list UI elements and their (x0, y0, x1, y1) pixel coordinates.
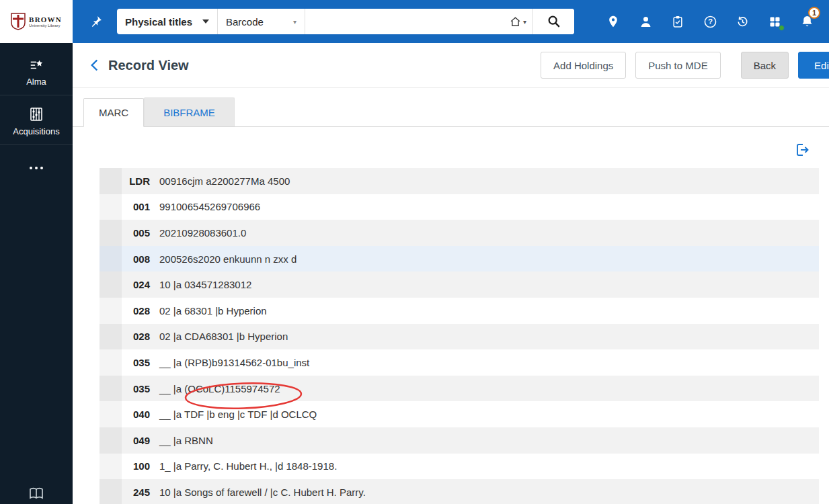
marc-tag: 035 (122, 357, 153, 368)
marc-field-content: 00916cjm a2200277Ma 4500 (153, 175, 290, 187)
header-buttons: Add Holdings Push to MDE Back Edit (541, 52, 829, 79)
topbar-icon-cluster: ? (606, 14, 829, 29)
svg-text:?: ? (708, 17, 713, 26)
row-lead-cell (100, 220, 122, 246)
search-scope-dropdown[interactable]: Physical titles (117, 9, 218, 34)
marc-field-content: 10 |a Songs of farewell / |c C. Hubert H… (153, 487, 366, 498)
back-chevron-icon[interactable] (89, 57, 100, 73)
marc-row-008-highlighted[interactable]: 008 200526s2020 enkuunn n zxx d (100, 246, 819, 272)
logo-line1: BROWN (29, 15, 62, 24)
marc-field-content: 20210928083601.0 (153, 227, 246, 239)
marc-row-035b-oclc[interactable]: 035 __ |a (OCoLC)1155974572 (100, 376, 819, 402)
user-menu-button[interactable] (638, 14, 653, 29)
row-lead-cell (100, 298, 122, 324)
search-index-dropdown[interactable]: Barcode ▾ (218, 9, 305, 34)
alma-star-list-icon (28, 58, 44, 73)
add-holdings-button[interactable]: Add Holdings (541, 52, 626, 79)
sidebar-item-alma[interactable]: Alma (0, 43, 73, 95)
marc-row-028a[interactable]: 028 02 |a 68301 |b Hyperion (100, 298, 819, 324)
row-lead-cell (100, 376, 122, 402)
row-lead-cell (100, 271, 122, 298)
row-lead-cell (100, 168, 122, 194)
apps-menu-button[interactable] (767, 14, 782, 29)
sidebar: Alma Acquisitions (0, 43, 73, 504)
record-tabs: MARC BIBFRAME (73, 88, 829, 127)
chevron-down-icon: ▾ (293, 18, 297, 26)
marc-row-024[interactable]: 024 10 |a 034571283012 (100, 271, 819, 298)
brown-library-logo[interactable]: BROWN University Library (0, 0, 73, 43)
location-button[interactable] (606, 14, 621, 29)
online-status-dot (779, 25, 785, 31)
marc-row-035a[interactable]: 035 __ |a (RPB)b91314562-01bu_inst (100, 349, 819, 376)
chevron-down-icon (202, 19, 209, 24)
export-icon (794, 142, 810, 158)
row-lead-cell (100, 401, 122, 427)
back-button[interactable]: Back (741, 52, 789, 79)
marc-field-content: __ |a (OCoLC)1155974572 (153, 383, 280, 394)
marc-row-005[interactable]: 005 20210928083601.0 (100, 220, 819, 246)
record-toolbar (73, 127, 829, 168)
marc-tag: 035 (122, 383, 153, 394)
brown-crest-icon (11, 13, 26, 30)
marc-tag: 028 (122, 331, 153, 342)
marc-field-content: 200526s2020 enkuunn n zxx d (153, 253, 297, 265)
history-icon (736, 15, 750, 29)
help-icon: ? (703, 15, 717, 29)
marc-tag: 028 (122, 305, 153, 317)
marc-field-content: __ |a TDF |b eng |c TDF |d OCLCQ (153, 409, 317, 420)
location-icon (606, 14, 620, 29)
search-home-scope-button[interactable]: ▾ (504, 9, 532, 34)
sidebar-bottom[interactable] (0, 485, 73, 501)
main-content: Record View Add Holdings Push to MDE Bac… (73, 43, 829, 504)
search-index-label: Barcode (226, 16, 264, 28)
edit-button[interactable]: Edit (798, 52, 829, 79)
tab-bibframe[interactable]: BIBFRAME (144, 97, 235, 126)
more-ellipsis-icon (30, 160, 43, 176)
search-icon (547, 14, 561, 29)
marc-row-ldr[interactable]: LDR 00916cjm a2200277Ma 4500 (100, 168, 819, 194)
marc-field-content: 1_ |a Parry, C. Hubert H., |d 1848-1918. (153, 460, 337, 472)
sidebar-item-more[interactable] (0, 145, 73, 184)
marc-row-049[interactable]: 049 __ |a RBNN (100, 427, 819, 454)
marc-tag: 100 (122, 460, 153, 472)
acquisitions-abacus-icon (28, 106, 44, 122)
row-lead-cell (100, 479, 122, 504)
sidebar-item-acquisitions[interactable]: Acquisitions (0, 95, 73, 145)
marc-tag: 049 (122, 435, 153, 446)
tab-marc[interactable]: MARC (83, 98, 144, 127)
recent-history-button[interactable] (735, 14, 750, 29)
row-lead-cell (100, 427, 122, 454)
marc-row-028b[interactable]: 028 02 |a CDA68301 |b Hyperion (100, 324, 819, 350)
tasks-button[interactable] (670, 14, 685, 29)
search-input[interactable] (305, 9, 504, 34)
push-to-mde-button[interactable]: Push to MDE (635, 52, 720, 79)
marc-field-content: __ |a (RPB)b91314562-01bu_inst (153, 357, 309, 368)
marc-field-content: 02 |a 68301 |b Hyperion (153, 305, 267, 317)
help-button[interactable]: ? (703, 14, 717, 29)
search-button[interactable] (532, 9, 574, 34)
record-view-header: Record View Add Holdings Push to MDE Bac… (73, 43, 829, 88)
alma-app-screen: BROWN University Library Physical titles… (0, 0, 829, 504)
marc-row-100[interactable]: 100 1_ |a Parry, C. Hubert H., |d 1848-1… (100, 454, 819, 480)
home-icon (510, 16, 521, 28)
marc-row-245[interactable]: 245 10 |a Songs of farewell / |c C. Hube… (100, 479, 819, 504)
sidebar-item-label: Alma (26, 77, 46, 87)
pin-menu-icon[interactable] (89, 14, 103, 29)
tasks-clipboard-icon (671, 14, 684, 29)
marc-row-040[interactable]: 040 __ |a TDF |b eng |c TDF |d OCLCQ (100, 401, 819, 427)
row-lead-cell (100, 349, 122, 376)
marc-record-table: LDR 00916cjm a2200277Ma 4500 001 9910065… (100, 168, 819, 504)
marc-tag: 024 (122, 279, 153, 290)
export-record-button[interactable] (794, 142, 810, 158)
page-title: Record View (108, 58, 189, 73)
marc-tag: LDR (122, 175, 153, 187)
marc-tag: 040 (122, 409, 153, 420)
notifications-button[interactable]: 1 (799, 14, 814, 29)
marc-row-001[interactable]: 001 991006545269706966 (100, 194, 819, 220)
chevron-down-icon: ▾ (523, 18, 526, 26)
marc-field-content: 10 |a 034571283012 (153, 279, 251, 290)
search-scope-label: Physical titles (125, 16, 192, 28)
notification-badge: 1 (808, 7, 820, 19)
row-lead-cell (100, 194, 122, 220)
topbar: Physical titles Barcode ▾ ▾ (73, 0, 829, 43)
